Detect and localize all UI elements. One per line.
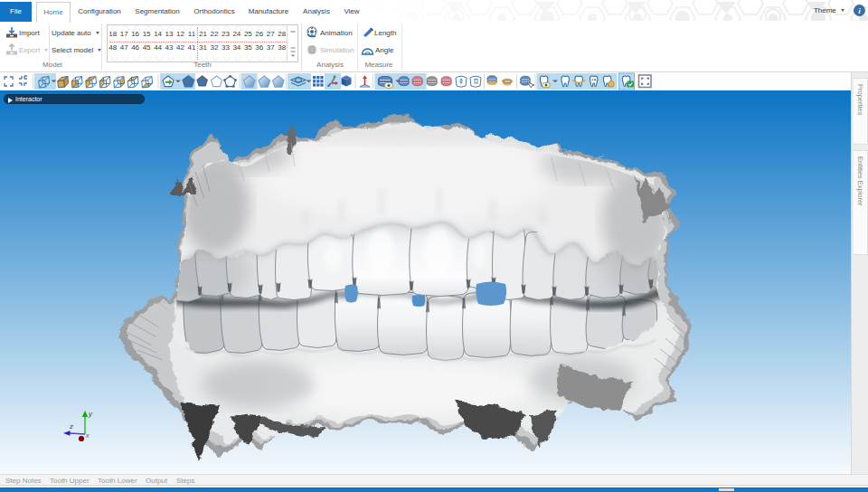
svg-text:x: x [85,432,90,439]
svg-text:y: y [88,410,93,418]
svg-text:z: z [69,422,73,430]
